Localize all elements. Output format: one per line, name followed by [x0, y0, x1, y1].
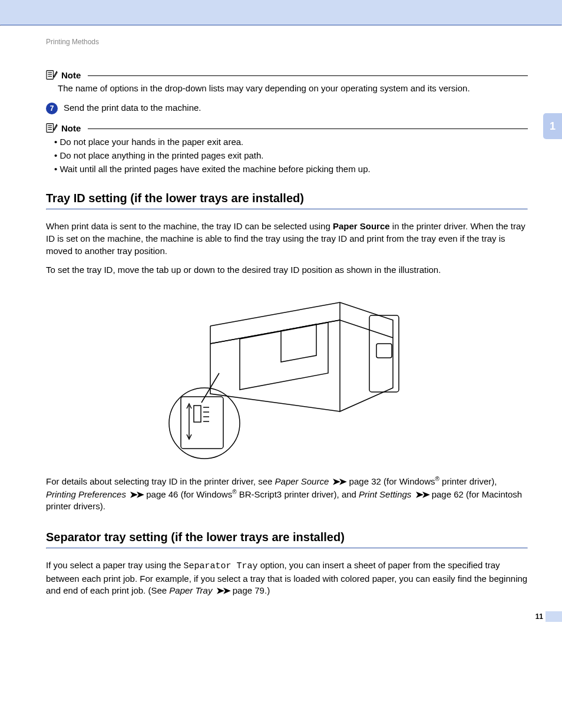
- page-number-band: [546, 611, 562, 622]
- section-heading-tray-id: Tray ID setting (if the lower trays are …: [46, 192, 528, 205]
- section-rule: [46, 209, 528, 210]
- chapter-tab: 1: [543, 113, 562, 139]
- section-heading-separator: Separator tray setting (if the lower tra…: [46, 531, 528, 544]
- double-arrow-icon: ➤➤: [415, 489, 428, 501]
- paragraph: To set the tray ID, move the tab up or d…: [46, 264, 528, 276]
- text: printer driver),: [439, 476, 497, 486]
- note-icon: [46, 70, 58, 80]
- link-text[interactable]: Print Settings: [359, 489, 411, 499]
- note-icon: [46, 123, 58, 133]
- svg-rect-8: [369, 315, 399, 392]
- option-name: Separator Tray: [183, 561, 257, 571]
- link-text[interactable]: Printing Preferences: [46, 489, 126, 499]
- step-7: 7 Send the print data to the machine.: [46, 103, 528, 114]
- svg-rect-0: [47, 71, 53, 80]
- step-number-badge: 7: [46, 103, 58, 114]
- tray-illustration: [46, 285, 528, 463]
- text: If you select a paper tray using the: [46, 560, 183, 570]
- registered-mark: ®: [435, 476, 439, 482]
- text: page 46 (for Windows: [144, 489, 232, 499]
- text: When print data is sent to the machine, …: [46, 221, 333, 231]
- paragraph: For details about selecting tray ID in t…: [46, 475, 528, 513]
- link-text[interactable]: Paper Source: [275, 476, 329, 486]
- header-band: [0, 0, 562, 25]
- section-rule: [46, 548, 528, 549]
- step-text: Send the print data to the machine.: [64, 103, 201, 113]
- page-content: 1 Printing Methods Note The name of opti…: [0, 26, 562, 628]
- registered-mark: ®: [232, 489, 236, 495]
- note-rule: [88, 129, 528, 129]
- text: page 79.): [230, 585, 270, 595]
- svg-rect-13: [194, 406, 201, 422]
- note-label: Note: [61, 70, 81, 80]
- list-item: Wait until all the printed pages have ex…: [54, 164, 528, 174]
- note-bullet-list: Do not place your hands in the paper exi…: [54, 137, 528, 174]
- paragraph: If you select a paper tray using the Sep…: [46, 559, 528, 597]
- list-item: Do not place anything in the printed pag…: [54, 150, 528, 160]
- double-arrow-icon: ➤➤: [332, 476, 345, 488]
- note-heading: Note: [46, 70, 528, 80]
- svg-rect-12: [181, 397, 223, 449]
- page-number: 11: [535, 612, 543, 621]
- double-arrow-icon: ➤➤: [216, 585, 229, 597]
- note-label: Note: [61, 123, 81, 133]
- svg-rect-9: [376, 344, 392, 358]
- list-item: Do not place your hands in the paper exi…: [54, 137, 528, 147]
- breadcrumb: Printing Methods: [46, 38, 528, 46]
- bold-text: Paper Source: [333, 221, 390, 231]
- text: BR-Script3 printer driver), and: [237, 489, 359, 499]
- text: For details about selecting tray ID in t…: [46, 476, 275, 486]
- text: page 32 (for Windows: [346, 476, 435, 486]
- svg-rect-4: [47, 124, 53, 133]
- note-body: The name of options in the drop-down lis…: [58, 83, 528, 94]
- link-text[interactable]: Paper Tray: [169, 585, 212, 595]
- note-rule: [88, 75, 528, 76]
- double-arrow-icon: ➤➤: [130, 489, 143, 501]
- note-heading: Note: [46, 123, 528, 133]
- paragraph: When print data is sent to the machine, …: [46, 220, 528, 257]
